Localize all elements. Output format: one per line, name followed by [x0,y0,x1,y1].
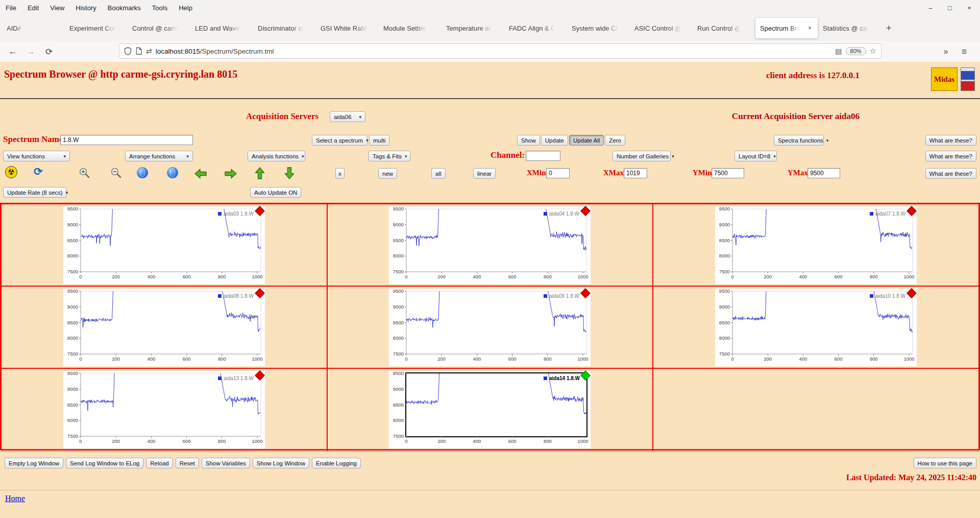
all-button[interactable]: all [431,168,446,179]
gallery-cell-4: 7500800085009000950002004006008001000aid… [1,286,327,368]
new-button[interactable]: new [378,168,397,179]
show-update-button-group: Show Update Update All Zero [517,135,625,146]
tab-module-setting[interactable]: Module Setting [379,18,441,38]
radiation-icon[interactable]: ☢ [5,166,17,178]
arrow-right-icon[interactable] [224,168,237,179]
menu-file[interactable]: File [0,2,22,14]
ymin-input[interactable] [712,168,744,178]
menu-edit[interactable]: Edit [22,2,44,14]
forward-icon[interactable]: → [24,46,37,57]
number-of-galleries-select[interactable]: Number of Galleries [612,151,671,161]
spectrum-chart-aida03[interactable]: 7500800085009000950002004006008001000aid… [63,206,265,284]
minimize-icon[interactable]: – [927,4,934,12]
empty-log-window-button[interactable]: Empty Log Window [5,458,63,468]
tab-fadc-align-c[interactable]: FADC Align & C [504,18,567,38]
tab-system-wide-ch[interactable]: System wide Ch [567,18,629,38]
menu-help[interactable]: Help [173,2,198,14]
show-button[interactable]: Show [517,135,540,146]
sync-refresh-icon[interactable]: ⟳ [34,166,43,178]
home-link[interactable]: Home [5,494,25,503]
tab-statistics-car[interactable]: Statistics @ car [818,18,880,38]
reset-button[interactable]: Reset [176,458,199,468]
multi-button[interactable]: multi [369,135,389,146]
arrow-down-icon[interactable] [284,167,295,180]
tab-spectrum-bro[interactable]: Spectrum Bro× [755,18,818,38]
new-tab-button[interactable]: + [881,22,897,35]
tags-fits-select[interactable]: Tags & Fits [369,151,410,161]
x-button[interactable]: x [335,168,345,179]
spectrum-chart-aida07[interactable]: 7500800085009000950002004006008001000aid… [715,206,917,284]
spectrum-chart-aida09[interactable]: 7500800085009000950002004006008001000aid… [389,289,591,366]
arrange-functions-select[interactable]: Arrange functions [125,151,193,161]
arrow-up-icon[interactable] [254,167,265,180]
close-icon[interactable]: × [966,4,973,12]
select-a-spectrum-select[interactable]: Select a spectrum [312,135,368,146]
spectrum-name-input[interactable] [60,135,193,145]
spectra-functions-select[interactable]: Spectra functions [774,135,824,146]
send-log-window-to-elog-button[interactable]: Send Log Window to ELog [66,458,143,468]
back-icon[interactable]: ← [6,46,19,57]
acquisition-server-select[interactable]: aida06 [330,111,365,122]
update-button[interactable]: Update [541,135,568,146]
tab-run-control[interactable]: Run Control @ [693,18,755,38]
spectrum-chart-aida14[interactable]: 7500800085009000950002004006008001000aid… [389,371,591,449]
blue-globe-icon-1[interactable] [137,167,148,178]
maximize-icon[interactable]: □ [946,4,953,12]
menu-view[interactable]: View [44,2,70,14]
shield-icon[interactable] [124,47,132,55]
tab-control-carm[interactable]: Control @ carm [128,18,190,38]
menu-tools[interactable]: Tools [146,2,173,14]
tab-led-and-wavef[interactable]: LED and Wavef [190,18,253,38]
arrow-left-icon[interactable] [194,168,207,179]
zero-button[interactable]: Zero [605,135,625,146]
blue-globe-icon-2[interactable] [167,167,178,178]
zoom-in-icon[interactable] [78,167,91,179]
reload-button[interactable]: Reload [146,458,173,468]
permissions-icon[interactable]: ⇄ [146,47,152,55]
tab-close-icon[interactable]: × [806,24,813,32]
midas-logo[interactable]: Midas [931,67,958,91]
update-rate-select[interactable]: Update Rate (8 secs) [3,187,66,198]
url-bar[interactable]: ⇄ localhost:8015/Spectrum/Spectrum.tml ▤… [119,43,881,59]
update-all-button[interactable]: Update All [569,135,604,146]
tab-gsi-white-rabb[interactable]: GSI White Rabb [316,18,378,38]
channel-input[interactable] [526,151,560,161]
analysis-functions-select[interactable]: Analysis functions [248,151,305,161]
menu-history[interactable]: History [70,2,102,14]
spectrum-chart-aida10[interactable]: 7500800085009000950002004006008001000aid… [715,289,917,366]
enable-logging-button[interactable]: Enable Logging [312,458,361,468]
what-are-these-button-2[interactable]: What are these? [925,151,976,161]
tab-asic-control[interactable]: ASIC Control @ [630,18,692,38]
how-to-use-button[interactable]: How to use this page [914,458,976,468]
auto-update-button[interactable]: Auto Update ON [250,187,301,198]
spectrum-chart-aida04[interactable]: 7500800085009000950002004006008001000aid… [389,206,591,284]
zoom-out-icon[interactable] [110,167,123,179]
overflow-menu-icon[interactable]: » [939,47,952,56]
app-menu-icon[interactable]: ≡ [958,46,971,57]
xmin-input[interactable] [546,168,570,178]
linear-button[interactable]: linear [473,168,496,179]
reload-icon[interactable]: ⟳ [42,46,56,57]
show-variables-button[interactable]: Show Variables [202,458,250,468]
experiment-logo[interactable] [961,67,975,91]
page-info-icon[interactable] [135,47,142,55]
ymax-input[interactable] [807,168,840,178]
bookmark-star-icon[interactable]: ☆ [870,46,876,56]
reader-mode-icon[interactable]: ▤ [835,47,842,55]
zoom-level-badge[interactable]: 80% [846,47,866,55]
view-functions-select[interactable]: View functions [3,151,70,161]
tab-temperature-an[interactable]: Temperature an [442,18,504,38]
menu-bookmarks[interactable]: Bookmarks [102,2,146,14]
what-are-these-button-1[interactable]: What are these? [925,135,976,146]
tab-discriminator-co[interactable]: Discriminator co [253,18,315,38]
spectrum-chart-aida08[interactable]: 7500800085009000950002004006008001000aid… [63,289,265,366]
xmax-input[interactable] [624,168,647,178]
svg-text:0: 0 [731,356,734,362]
show-log-window-button[interactable]: Show Log Window [253,458,309,468]
layout-id-select[interactable]: Layout ID=8 [734,151,777,161]
tab-aida[interactable]: AIDA [2,18,64,38]
spectrum-chart-aida13[interactable]: 7500800085009000950002004006008001000aid… [63,371,265,449]
tab-experiment-con[interactable]: Experiment Con [65,18,127,38]
what-are-these-button-3[interactable]: What are these? [925,168,976,179]
svg-text:1000: 1000 [578,438,589,444]
